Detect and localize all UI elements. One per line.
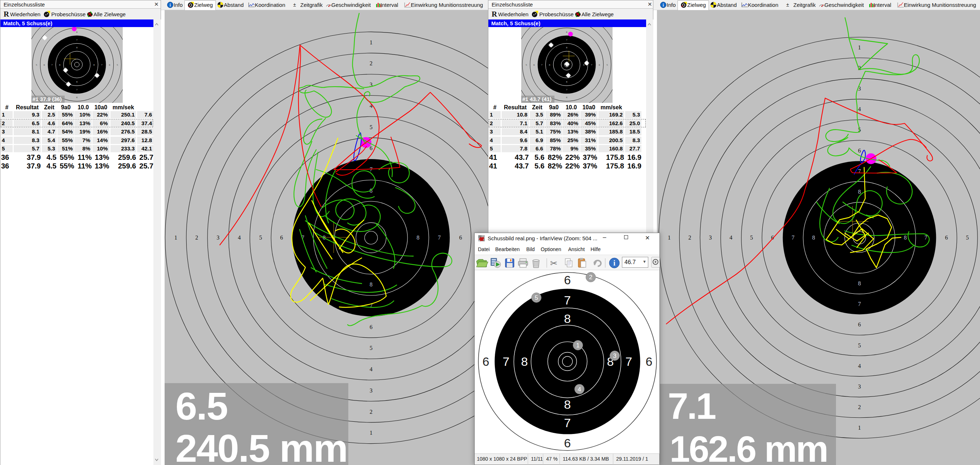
svg-text:6: 6: [945, 235, 948, 241]
svg-text:✂: ✂: [550, 258, 557, 268]
svg-text:1: 1: [668, 235, 671, 241]
svg-text:7: 7: [76, 39, 78, 41]
svg-text:4: 4: [730, 235, 732, 241]
svg-text:7: 7: [625, 355, 632, 368]
svg-text:6: 6: [483, 355, 490, 368]
svg-text:5: 5: [370, 124, 372, 130]
svg-text:8: 8: [564, 312, 571, 325]
svg-text:7.1: 7.1: [668, 386, 716, 427]
svg-text:8: 8: [417, 235, 420, 241]
svg-text:5: 5: [116, 63, 118, 67]
svg-text:7: 7: [541, 63, 542, 67]
svg-text:1: 1: [576, 342, 579, 349]
svg-text:7: 7: [564, 293, 571, 307]
svg-text:2: 2: [370, 409, 372, 415]
svg-text:#1 43.7 (41): #1 43.7 (41): [522, 96, 552, 102]
svg-text:7: 7: [503, 355, 510, 368]
svg-text:4: 4: [858, 363, 861, 369]
svg-text:8: 8: [549, 63, 550, 67]
svg-text:#1 37.9 (36): #1 37.9 (36): [32, 96, 62, 102]
svg-text:7: 7: [924, 235, 927, 241]
svg-text:6: 6: [109, 63, 110, 67]
svg-text:2: 2: [688, 235, 691, 241]
svg-text:5: 5: [858, 342, 861, 349]
svg-text:±: ±: [786, 2, 789, 8]
svg-text:2: 2: [370, 60, 372, 67]
svg-text:5: 5: [750, 235, 753, 241]
svg-text:8: 8: [370, 281, 372, 287]
svg-text:8: 8: [858, 280, 861, 286]
svg-text:240.5 mm: 240.5 mm: [175, 426, 347, 465]
svg-text:1: 1: [858, 425, 861, 431]
svg-text:6: 6: [459, 235, 462, 241]
svg-text:6: 6: [533, 63, 535, 67]
svg-text:8: 8: [566, 46, 568, 49]
svg-text:8: 8: [904, 235, 907, 241]
svg-text:3: 3: [216, 235, 220, 241]
svg-text:2: 2: [589, 274, 592, 281]
svg-text:7: 7: [564, 416, 571, 430]
svg-text:3: 3: [370, 387, 372, 394]
svg-text:5: 5: [606, 63, 608, 67]
svg-text:6.5: 6.5: [175, 384, 228, 428]
svg-text:5: 5: [370, 345, 372, 351]
svg-text:2: 2: [858, 404, 861, 410]
svg-text:5: 5: [259, 235, 262, 241]
svg-text:7: 7: [858, 301, 861, 307]
svg-text:3: 3: [709, 235, 712, 241]
svg-text:6: 6: [76, 96, 78, 99]
svg-text:6: 6: [858, 148, 861, 154]
svg-text:1: 1: [370, 430, 372, 436]
svg-text:i: i: [613, 259, 616, 267]
svg-text:2: 2: [195, 235, 198, 241]
svg-text:4: 4: [578, 386, 581, 393]
svg-text:8: 8: [521, 355, 528, 368]
svg-text:4: 4: [858, 106, 861, 112]
svg-text:7: 7: [101, 63, 102, 67]
svg-text:6: 6: [44, 63, 45, 67]
svg-text:8: 8: [583, 63, 585, 67]
svg-text:±: ±: [293, 2, 296, 8]
svg-text:5: 5: [36, 63, 37, 67]
svg-text:7: 7: [51, 63, 53, 67]
svg-text:1: 1: [858, 44, 861, 51]
svg-text:7: 7: [792, 235, 794, 241]
svg-text:5: 5: [535, 294, 538, 301]
svg-text:6: 6: [76, 31, 78, 33]
svg-text:8: 8: [566, 81, 568, 83]
svg-text:6: 6: [599, 63, 600, 67]
svg-text:8: 8: [76, 46, 78, 49]
svg-text:3: 3: [613, 352, 616, 359]
svg-text:8: 8: [564, 398, 571, 411]
svg-text:7: 7: [438, 235, 441, 241]
svg-text:162.6 mm: 162.6 mm: [670, 428, 827, 465]
svg-text:6: 6: [564, 273, 571, 287]
svg-text:6: 6: [564, 436, 571, 450]
svg-text:5: 5: [966, 235, 969, 241]
svg-text:8: 8: [812, 235, 815, 241]
svg-text:5: 5: [525, 63, 527, 67]
svg-text:6: 6: [566, 31, 568, 33]
svg-text:8: 8: [94, 63, 95, 67]
svg-text:4: 4: [238, 235, 241, 241]
svg-text:6: 6: [858, 321, 861, 328]
svg-text:3: 3: [858, 384, 861, 390]
svg-text:4: 4: [370, 366, 372, 372]
svg-text:7: 7: [76, 88, 78, 91]
svg-text:8: 8: [76, 81, 78, 83]
svg-text:7: 7: [566, 39, 568, 41]
svg-text:6: 6: [566, 96, 568, 99]
svg-text:6: 6: [370, 324, 372, 330]
svg-text:7: 7: [566, 88, 568, 91]
svg-text:6: 6: [646, 355, 652, 368]
svg-text:7: 7: [591, 63, 592, 67]
svg-text:1: 1: [174, 235, 177, 241]
svg-text:1: 1: [370, 39, 372, 46]
svg-text:6: 6: [280, 235, 283, 241]
svg-text:8: 8: [59, 63, 60, 67]
svg-text:8: 8: [858, 189, 861, 195]
